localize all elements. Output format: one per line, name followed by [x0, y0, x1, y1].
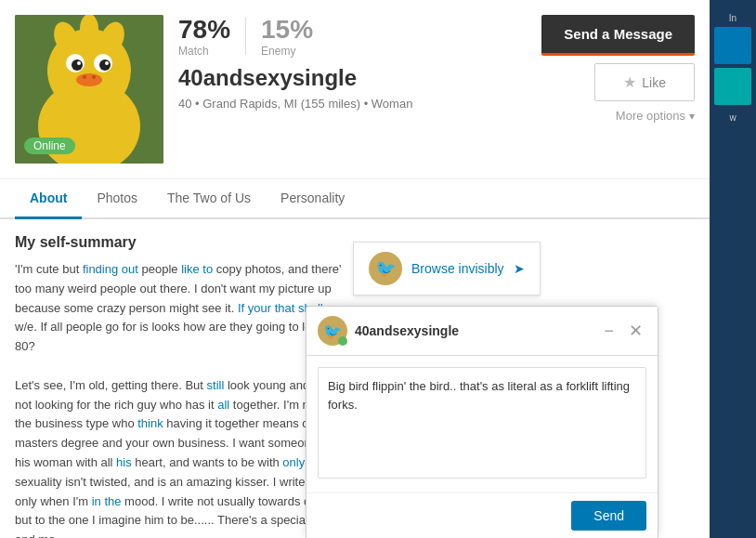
- user-location: Grand Rapids, MI: [202, 97, 297, 111]
- popup-close-button[interactable]: ✕: [625, 321, 646, 341]
- tab-personality[interactable]: Personality: [266, 179, 359, 219]
- like-label: Like: [642, 75, 666, 90]
- browse-invisibly-text: Browse invisibly: [411, 261, 504, 276]
- sidebar-item-blue[interactable]: [714, 27, 751, 64]
- tab-photos[interactable]: Photos: [82, 179, 152, 219]
- svg-point-8: [105, 61, 109, 65]
- star-icon: ★: [623, 73, 636, 91]
- sidebar-item-ind[interactable]: In: [727, 9, 738, 27]
- message-popup: 🐦 40andsexysingle − ✕ Big bird flippin' …: [306, 306, 658, 538]
- user-details: 40 • Grand Rapids, MI (155 miles) • Woma…: [178, 97, 527, 111]
- svg-point-7: [77, 61, 81, 65]
- svg-point-5: [72, 59, 83, 71]
- popup-footer: Send: [306, 492, 658, 538]
- user-age: 40: [178, 97, 191, 111]
- svg-point-6: [99, 59, 111, 71]
- message-textarea[interactable]: Big bird flippin' the bird.. that's as l…: [318, 367, 646, 479]
- sidebar-item-w[interactable]: w: [727, 109, 737, 126]
- enemy-percent: 15%: [261, 15, 313, 45]
- svg-point-13: [80, 15, 98, 44]
- tab-about[interactable]: About: [15, 179, 82, 219]
- online-badge: Online: [24, 138, 75, 154]
- user-gender: Woman: [371, 97, 413, 111]
- svg-point-9: [76, 73, 102, 86]
- enemy-label: Enemy: [261, 45, 313, 58]
- send-button[interactable]: Send: [571, 501, 646, 531]
- popup-body: Big bird flippin' the bird.. that's as l…: [306, 356, 658, 492]
- sidebar: In w: [710, 0, 756, 538]
- profile-photo-wrap: Online: [15, 15, 163, 164]
- profile-tabs: About Photos The Two of Us Personality: [0, 179, 710, 219]
- browse-avatar: 🐦: [369, 252, 402, 285]
- profile-actions: Send a Message ★ Like More options ▾: [541, 15, 695, 123]
- match-percent: 78%: [178, 15, 230, 45]
- profile-username: 40andsexysingle: [178, 65, 527, 91]
- match-label: Match: [178, 45, 230, 58]
- divider: [245, 18, 246, 55]
- popup-header: 🐦 40andsexysingle − ✕: [306, 307, 658, 356]
- popup-username: 40andsexysingle: [355, 323, 593, 338]
- popup-minimize-button[interactable]: −: [600, 321, 618, 341]
- like-button[interactable]: ★ Like: [594, 63, 695, 101]
- tab-two-of-us[interactable]: The Two of Us: [152, 179, 266, 219]
- popup-avatar-wrap: 🐦: [318, 316, 347, 346]
- match-block: 78% Match: [178, 15, 230, 58]
- match-row: 78% Match 15% Enemy: [178, 15, 527, 58]
- user-distance: 155 miles: [305, 97, 357, 111]
- chevron-down-icon: ▾: [689, 110, 695, 123]
- more-options-label: More options: [616, 109, 685, 123]
- svg-point-11: [92, 75, 96, 79]
- more-options-button[interactable]: More options ▾: [616, 109, 695, 123]
- popup-online-dot: [338, 336, 347, 346]
- send-message-button[interactable]: Send a Message: [541, 15, 695, 56]
- browse-arrow-icon: ➤: [514, 261, 525, 276]
- browse-invisibly-banner[interactable]: 🐦 Browse invisibly ➤: [353, 242, 541, 295]
- profile-header: Online 78% Match 15% Enemy 40andsexysing…: [0, 0, 710, 179]
- enemy-block: 15% Enemy: [261, 15, 313, 58]
- profile-info: 78% Match 15% Enemy 40andsexysingle 40 •…: [178, 15, 527, 111]
- svg-point-10: [83, 75, 86, 79]
- sidebar-item-teal[interactable]: [714, 68, 751, 105]
